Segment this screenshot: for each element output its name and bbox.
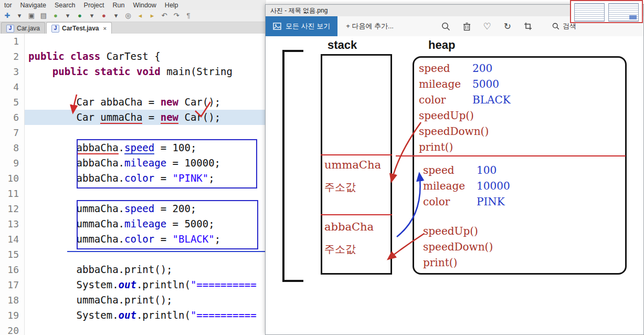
editor-gutter: 1234567891011121314151617181920 <box>0 34 25 335</box>
code-token <box>65 50 70 62</box>
code-token: System. <box>28 309 119 321</box>
field-name: color <box>423 194 477 210</box>
eclipse-window: torNavigateSearchProjectRunWindowHelp ✚▾… <box>0 0 266 335</box>
next-annotation-icon[interactable]: ▸ <box>148 12 156 20</box>
code-line[interactable]: public class CarTest { <box>25 49 266 64</box>
heap-field: colorBLACK <box>419 92 511 108</box>
thumbnail-blue-block <box>629 15 637 19</box>
heap-method: speedUp() <box>419 108 511 123</box>
view-all-photos-button[interactable]: 모든 사진 보기 <box>266 16 337 36</box>
code-line[interactable]: public static void main(String <box>25 64 266 79</box>
field-value: 200 <box>472 62 492 75</box>
favorite-icon[interactable]: ♡ <box>483 21 491 32</box>
heap-method: speedUp() <box>423 223 510 239</box>
code-line[interactable]: abbaCha.print(); <box>25 262 266 277</box>
code-token <box>28 35 34 47</box>
code-line[interactable]: Car ummaCha = new Car(); <box>25 110 266 125</box>
line-number: 1 <box>0 34 24 49</box>
profile-icon[interactable]: ● <box>100 12 108 20</box>
run-icon[interactable]: ● <box>76 12 84 20</box>
code-line[interactable] <box>25 79 266 95</box>
code-token: ummaCha.print(); <box>28 294 173 306</box>
crop-icon[interactable] <box>524 22 532 30</box>
stack-address-label: 주소값 <box>324 180 389 194</box>
code-line[interactable] <box>25 125 266 140</box>
heap-object: speed200mileage5000colorBLACKspeedUp()sp… <box>419 60 511 155</box>
code-token: Car abbaCha = <box>28 96 161 108</box>
heap-field: speed100 <box>423 162 510 178</box>
eclipse-toolbar: ✚▾▣▤●▾●▾●▾◎◂▸↶↷¶ <box>0 10 266 22</box>
code-token: new <box>161 111 178 124</box>
code-token: Car(); <box>178 96 220 108</box>
annotation-blue-underline <box>67 251 266 252</box>
line-number: 13 <box>0 216 24 232</box>
zoom-icon[interactable] <box>441 22 450 31</box>
rotate-icon[interactable]: ↻ <box>504 21 511 32</box>
code-line[interactable] <box>25 34 266 49</box>
heap-methods: speedUp()speedDown()print() <box>423 223 510 270</box>
show-whitespace-icon[interactable]: ¶ <box>184 12 193 20</box>
new-dropdown-icon[interactable]: ▾ <box>15 12 24 20</box>
line-number: 20 <box>0 323 24 335</box>
debug-icon[interactable]: ● <box>51 12 60 20</box>
code-editor: 1234567891011121314151617181920 public c… <box>0 34 266 335</box>
debug-dropdown-icon[interactable]: ▾ <box>64 12 72 20</box>
menu-item-window[interactable]: Window <box>133 2 156 9</box>
close-tab-icon[interactable]: × <box>103 25 107 32</box>
code-token: .println( <box>136 309 191 321</box>
code-token: public <box>52 66 89 77</box>
prev-annotation-icon[interactable]: ◂ <box>136 12 144 20</box>
heap-method: print() <box>419 139 511 155</box>
stack-var-name: abbaCha <box>324 220 389 234</box>
menu-item-help[interactable]: Help <box>165 2 178 9</box>
heap-method: speedDown() <box>423 239 510 255</box>
new-icon[interactable]: ✚ <box>3 12 12 20</box>
stack-item: abbaCha주소값 <box>324 220 389 256</box>
field-value: 10000 <box>477 180 510 192</box>
code-token: class <box>70 50 100 62</box>
line-number: 9 <box>0 155 24 171</box>
heap-methods: speedUp()speedDown()print() <box>419 108 511 155</box>
thumbnail-page-left <box>574 3 605 22</box>
menu-item-search[interactable]: Search <box>55 2 76 9</box>
photo-preview-thumbnail[interactable] <box>570 0 643 23</box>
add-to-button[interactable]: + 다음에 추가... <box>346 22 394 31</box>
redo-icon[interactable]: ↷ <box>172 12 181 20</box>
heap-method: speedDown() <box>419 123 511 139</box>
code-token: Car(); <box>178 111 220 123</box>
menu-item-project[interactable]: Project <box>84 2 104 9</box>
tab-car-java[interactable]: JCar.java <box>1 22 45 34</box>
code-token: ummaCha <box>100 111 142 124</box>
undo-icon[interactable]: ↶ <box>160 12 168 20</box>
code-line[interactable]: System.out.println("========== <box>25 277 266 292</box>
line-number: 5 <box>0 95 24 110</box>
code-token <box>28 248 34 260</box>
profile-dropdown-icon[interactable]: ▾ <box>112 12 120 20</box>
search-icon[interactable]: ◎ <box>124 12 132 20</box>
code-token: CarTest { <box>100 50 160 62</box>
line-number: 6 <box>0 110 24 125</box>
field-value: 100 <box>477 164 497 176</box>
menu-item-tor[interactable]: tor <box>4 2 12 9</box>
save-icon[interactable]: ▣ <box>27 12 36 20</box>
code-token <box>28 81 34 92</box>
print-icon[interactable]: ▤ <box>39 12 48 20</box>
code-line[interactable]: System.out.println("========== <box>25 308 266 323</box>
heap-field: colorPINK <box>423 194 510 210</box>
search-icon <box>552 23 559 30</box>
screen: torNavigateSearchProjectRunWindowHelp ✚▾… <box>0 0 644 335</box>
code-line[interactable] <box>25 323 266 335</box>
tab-cartest-java[interactable]: JCarTest.java× <box>46 22 112 34</box>
menu-item-navigate[interactable]: Navigate <box>20 2 46 9</box>
code-token: Car <box>28 111 100 123</box>
field-value: BLACK <box>472 93 511 106</box>
code-line[interactable]: Car abbaCha = new Car(); <box>25 95 266 110</box>
code-token: public <box>28 50 65 62</box>
annotation-box-ummacha-fields <box>77 200 258 249</box>
menu-item-run[interactable]: Run <box>112 2 124 9</box>
code-line[interactable]: ummaCha.print(); <box>25 292 266 308</box>
run-dropdown-icon[interactable]: ▾ <box>88 12 96 20</box>
java-file-icon: J <box>6 25 14 33</box>
tab-label: Car.java <box>17 25 40 32</box>
delete-icon[interactable] <box>463 22 471 31</box>
